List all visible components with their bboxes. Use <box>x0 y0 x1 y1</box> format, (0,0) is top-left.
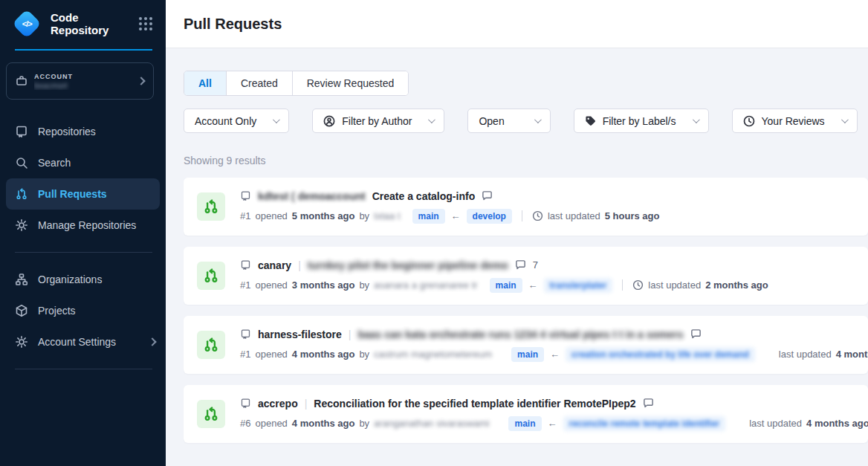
sidebar-divider <box>15 369 152 369</box>
filter-bar: Account Only Filter by Author Open Filte… <box>184 109 868 133</box>
pull-request-row[interactable]: accrepo | Reconciliation for the specifi… <box>184 385 868 443</box>
last-updated-clock-icon <box>632 279 644 291</box>
by-label: by <box>359 349 369 360</box>
account-selector[interactable]: ACCOUNT bxacmsrt <box>6 62 154 100</box>
sidebar-nav: Repositories Search Pull Requests Manage… <box>0 116 166 381</box>
pr-number: #1 <box>240 210 250 221</box>
repo-icon <box>240 259 251 271</box>
pull-request-row[interactable]: harness-filestore | baas can kata orches… <box>184 316 868 374</box>
comment-icon <box>482 190 493 201</box>
divider <box>522 210 522 221</box>
pr-opened-ago: 4 months ago <box>292 349 355 360</box>
pr-updated-ago: 4 months ago <box>836 349 868 360</box>
last-updated-label: last updated <box>548 210 600 221</box>
source-branch-badge[interactable]: creation orchestrated by life over deman… <box>566 347 755 362</box>
chevron-down-icon <box>534 116 542 123</box>
search-icon <box>15 156 28 169</box>
pr-repo-name[interactable]: accrepo <box>258 398 298 410</box>
pr-number: #1 <box>240 279 250 291</box>
pr-open-state-icon <box>197 262 225 290</box>
app-header: </> Code Repository <box>0 0 166 46</box>
results-summary: Showing 9 results <box>184 155 868 166</box>
tab-created[interactable]: Created <box>227 71 293 95</box>
cube-icon <box>15 304 28 317</box>
pr-updated-ago: 2 months ago <box>705 279 768 291</box>
divider <box>622 279 623 291</box>
filter-label: Filter by Author <box>342 115 412 127</box>
sidebar-item-label: Account Settings <box>38 336 116 348</box>
comment-icon <box>690 329 702 340</box>
repo-icon <box>240 190 251 201</box>
chevron-down-icon <box>428 116 435 123</box>
pr-open-state-icon <box>197 400 225 428</box>
opened-label: opened <box>255 210 287 221</box>
chevron-down-icon <box>692 116 699 123</box>
sidebar-item-label: Projects <box>38 305 76 317</box>
account-name: bxacmsrt <box>34 81 138 90</box>
scope-filter-dropdown[interactable]: Account Only <box>184 109 289 133</box>
divider: | <box>305 398 308 410</box>
filter-label: Account Only <box>195 115 256 127</box>
sidebar-divider <box>15 252 152 253</box>
sidebar-item-pull-requests[interactable]: Pull Requests <box>6 178 160 210</box>
comment-icon <box>643 398 654 409</box>
pr-repo-name[interactable]: kdtest ( demoaccount <box>258 190 366 202</box>
opened-label: opened <box>255 349 287 360</box>
chevron-down-icon <box>841 116 849 123</box>
app-title: Code Repository <box>51 11 139 36</box>
repo-icon <box>15 125 28 138</box>
target-branch-badge[interactable]: main <box>412 209 445 224</box>
author-filter-dropdown[interactable]: Filter by Author <box>312 109 444 133</box>
filter-label: Your Reviews <box>762 115 825 127</box>
sidebar-item-manage-repositories[interactable]: Manage Repositories <box>0 210 166 241</box>
arrow-left-icon: ← <box>527 279 540 291</box>
label-filter-dropdown[interactable]: Filter by Label/s <box>574 109 709 133</box>
source-branch-badge[interactable]: translerplater <box>544 278 613 293</box>
sidebar: </> Code Repository ACCOUNT bxacmsrt Rep… <box>0 0 166 466</box>
pr-author: txtaa t <box>374 210 400 221</box>
pr-repo-name[interactable]: harness-filestore <box>258 329 342 340</box>
target-branch-badge[interactable]: main <box>508 416 541 431</box>
sidebar-item-search[interactable]: Search <box>0 147 166 178</box>
target-branch-badge[interactable]: main <box>490 278 522 293</box>
sidebar-item-repositories[interactable]: Repositories <box>0 116 166 147</box>
sidebar-item-projects[interactable]: Projects <box>0 295 166 326</box>
pr-title[interactable]: baas can kata orchestrate runs 1234 4 vi… <box>357 329 683 340</box>
sidebar-item-label: Manage Repositories <box>38 219 136 231</box>
source-branch-badge[interactable]: reconcile remote template identifier <box>563 416 726 431</box>
target-branch-badge[interactable]: main <box>511 347 544 362</box>
sidebar-item-organizations[interactable]: Organizations <box>0 264 166 295</box>
tab-review-requested[interactable]: Review Requested <box>293 71 409 95</box>
pr-title[interactable]: Reconciliation for the specified templat… <box>314 398 635 410</box>
pull-request-row[interactable]: kdtest ( demoaccount Create a catalog-in… <box>184 178 868 236</box>
account-label: ACCOUNT <box>34 73 138 80</box>
arrow-left-icon: ← <box>548 349 561 360</box>
pr-repo-name[interactable]: canary <box>258 259 291 271</box>
pr-author: aranganathan sivaraswami <box>374 418 489 429</box>
pr-opened-ago: 4 months ago <box>292 418 355 429</box>
page-title: Pull Requests <box>184 16 282 33</box>
arrow-left-icon: ← <box>450 210 462 221</box>
state-filter-dropdown[interactable]: Open <box>467 109 550 133</box>
repo-icon <box>240 329 251 340</box>
sidebar-item-label: Search <box>38 157 71 169</box>
pull-request-row[interactable]: canary | turnkey pilot the beginner pipe… <box>184 247 868 305</box>
pr-comment-count: 7 <box>533 259 538 271</box>
by-label: by <box>359 210 369 221</box>
filter-label: Filter by Label/s <box>603 115 676 127</box>
pr-open-state-icon <box>197 192 225 221</box>
app-switcher-icon[interactable] <box>139 17 152 30</box>
pr-number: #1 <box>240 349 250 360</box>
sidebar-item-account-settings[interactable]: Account Settings <box>0 326 166 357</box>
reviews-filter-dropdown[interactable]: Your Reviews <box>732 109 858 133</box>
arrow-left-icon: ← <box>546 418 559 429</box>
by-label: by <box>359 279 369 291</box>
app-logo-icon: </> <box>12 9 42 39</box>
source-branch-badge[interactable]: develop <box>467 209 512 224</box>
pr-title[interactable]: Create a catalog-info <box>372 190 475 202</box>
tab-all[interactable]: All <box>184 71 227 95</box>
pr-title[interactable]: turnkey pilot the beginner pipeline demo <box>308 259 508 271</box>
repo-icon <box>240 398 251 409</box>
pr-scope-tabs: All Created Review Requested <box>184 71 409 96</box>
last-updated-label: last updated <box>749 418 802 429</box>
